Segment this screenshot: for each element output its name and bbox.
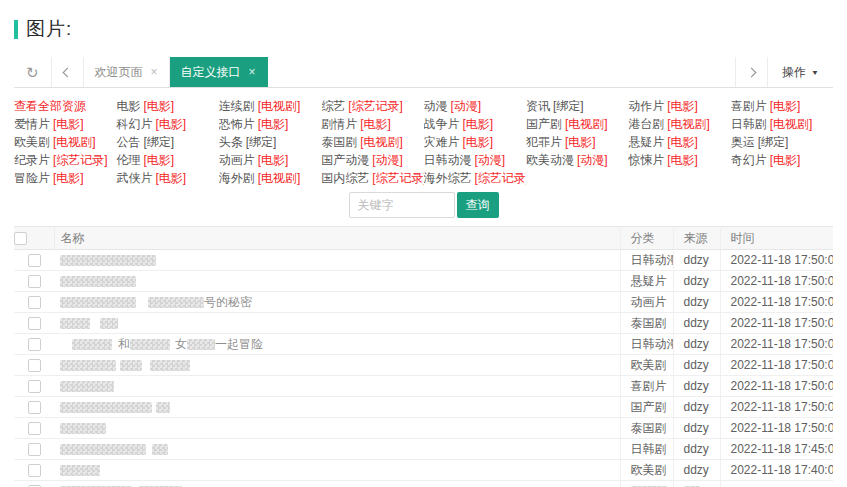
search-button[interactable]: 查询 xyxy=(457,192,499,218)
category-link[interactable]: 动作片[电影] xyxy=(628,97,730,115)
tab-label: 自定义接口 xyxy=(181,64,241,81)
category-link[interactable]: 欧美剧[电视剧] xyxy=(14,133,116,151)
row-checkbox[interactable] xyxy=(28,359,41,372)
source-cell: ddzy xyxy=(673,355,720,376)
actions-dropdown[interactable]: 操作 ▼ xyxy=(767,57,833,87)
category-cell: 动画片 xyxy=(620,292,673,313)
category-link[interactable]: 奥运[绑定] xyxy=(731,133,833,151)
refresh-icon[interactable]: ↻ xyxy=(14,57,52,87)
row-checkbox[interactable] xyxy=(28,443,41,456)
category-link[interactable]: 国内综艺[综艺记录] xyxy=(321,169,423,187)
category-link[interactable]: 恐怖片[电影] xyxy=(219,115,321,133)
category-link[interactable]: 日韩动漫[动漫] xyxy=(424,151,526,169)
spacer xyxy=(90,323,100,324)
category-name: 科幻片 xyxy=(116,117,152,131)
category-link[interactable]: 武侠片[电影] xyxy=(116,169,218,187)
select-all-checkbox[interactable] xyxy=(14,232,27,245)
refresh-glyph: ↻ xyxy=(26,65,39,80)
header-checkbox-cell xyxy=(14,227,54,250)
category-link[interactable]: 犯罪片[电影] xyxy=(526,133,628,151)
tab-inactive[interactable]: 欢迎页面× xyxy=(84,57,170,87)
category-link[interactable]: 资讯[绑定] xyxy=(526,97,628,115)
row-checkbox[interactable] xyxy=(28,275,41,288)
name-fragment: 一起冒险 xyxy=(215,337,263,351)
category-tag: [电影] xyxy=(143,99,174,113)
name-cell xyxy=(54,355,620,376)
category-link[interactable]: 爱情片[电影] xyxy=(14,115,116,133)
redacted-text xyxy=(187,339,215,350)
source-cell: ddzy xyxy=(673,313,720,334)
category-link[interactable]: 港台剧[电视剧] xyxy=(628,115,730,133)
time-cell: 2022-11-18 17:50:01 xyxy=(720,313,833,334)
name-cell xyxy=(54,250,620,271)
table-row: 泰国剧ddzy2022-11-18 17:50:01 xyxy=(14,418,833,439)
table-header: 名称分类来源时间 xyxy=(14,227,833,250)
category-name: 海外剧 xyxy=(219,171,255,185)
category-link[interactable]: 冒险片[电影] xyxy=(14,169,116,187)
category-cell: 国产剧 xyxy=(620,397,673,418)
category-link[interactable]: 泰国剧[电视剧] xyxy=(321,133,423,151)
row-checkbox[interactable] xyxy=(28,380,41,393)
row-checkbox[interactable] xyxy=(28,317,41,330)
page-title-text: 图片: xyxy=(26,16,72,42)
category-link[interactable]: 国产动漫[动漫] xyxy=(321,151,423,169)
row-checkbox-cell xyxy=(14,355,54,376)
category-link[interactable]: 头条[绑定] xyxy=(219,133,321,151)
row-checkbox[interactable] xyxy=(28,464,41,477)
category-link[interactable]: 动画片[电影] xyxy=(219,151,321,169)
row-checkbox[interactable] xyxy=(28,296,41,309)
category-name: 悬疑片 xyxy=(628,135,664,149)
category-link[interactable]: 动漫[动漫] xyxy=(424,97,526,115)
row-checkbox-cell xyxy=(14,397,54,418)
row-checkbox-cell xyxy=(14,439,54,460)
back-icon[interactable] xyxy=(52,57,84,87)
category-tag: [电影] xyxy=(565,135,596,149)
forward-icon[interactable] xyxy=(735,57,767,87)
row-checkbox[interactable] xyxy=(28,422,41,435)
category-name: 海外综艺 xyxy=(424,171,472,185)
category-link[interactable]: 灾难片[电影] xyxy=(424,133,526,151)
category-link[interactable]: 悬疑片[电影] xyxy=(628,133,730,151)
category-name: 综艺 xyxy=(321,99,345,113)
category-link[interactable]: 喜剧片[电影] xyxy=(731,97,833,115)
category-link[interactable]: 伦理[电影] xyxy=(116,151,218,169)
category-name: 动漫 xyxy=(424,99,448,113)
keyword-input[interactable] xyxy=(349,192,455,218)
row-checkbox-cell xyxy=(14,460,54,481)
category-link[interactable]: 海外综艺[综艺记录] xyxy=(424,169,526,187)
category-link[interactable]: 惊悚片[电影] xyxy=(628,151,730,169)
category-name: 武侠片 xyxy=(116,171,152,185)
category-link[interactable]: 查看全部资源 xyxy=(14,97,116,115)
row-checkbox[interactable] xyxy=(28,338,41,351)
row-checkbox[interactable] xyxy=(28,401,41,414)
category-link[interactable]: 剧情片[电影] xyxy=(321,115,423,133)
tab-close-icon[interactable]: × xyxy=(249,65,256,79)
chevron-left-icon xyxy=(62,67,72,77)
category-link[interactable]: 公告[绑定] xyxy=(116,133,218,151)
category-link[interactable]: 海外剧[电视剧] xyxy=(219,169,321,187)
category-link[interactable]: 电影[电影] xyxy=(116,97,218,115)
category-cell: 日韩动漫 xyxy=(620,250,673,271)
category-link[interactable]: 综艺[综艺记录] xyxy=(321,97,423,115)
tab-active[interactable]: 自定义接口× xyxy=(170,57,268,87)
category-link[interactable]: 连续剧[电视剧] xyxy=(219,97,321,115)
category-name: 剧情片 xyxy=(321,117,357,131)
category-link[interactable]: 国产剧[电视剧] xyxy=(526,115,628,133)
category-link[interactable]: 战争片[电影] xyxy=(424,115,526,133)
category-tag: [动漫] xyxy=(451,99,482,113)
name-cell xyxy=(54,376,620,397)
tab-close-icon[interactable]: × xyxy=(151,65,158,79)
category-link[interactable]: 奇幻片[电影] xyxy=(731,151,833,169)
source-cell: ddzy xyxy=(673,439,720,460)
category-link[interactable]: 纪录片[综艺记录] xyxy=(14,151,116,169)
source-cell: ddzy xyxy=(673,292,720,313)
category-tag: [电影] xyxy=(155,117,186,131)
category-link[interactable]: 科幻片[电影] xyxy=(116,115,218,133)
category-tag: [动漫] xyxy=(577,153,608,167)
name-cell xyxy=(54,460,620,481)
category-link[interactable]: 欧美动漫[动漫] xyxy=(526,151,628,169)
row-checkbox[interactable] xyxy=(28,254,41,267)
category-link[interactable]: 日韩剧[电视剧] xyxy=(731,115,833,133)
table-row: 悬疑片ddzy2022-11-18 17:50:01 xyxy=(14,271,833,292)
category-tag: [电影] xyxy=(258,117,289,131)
